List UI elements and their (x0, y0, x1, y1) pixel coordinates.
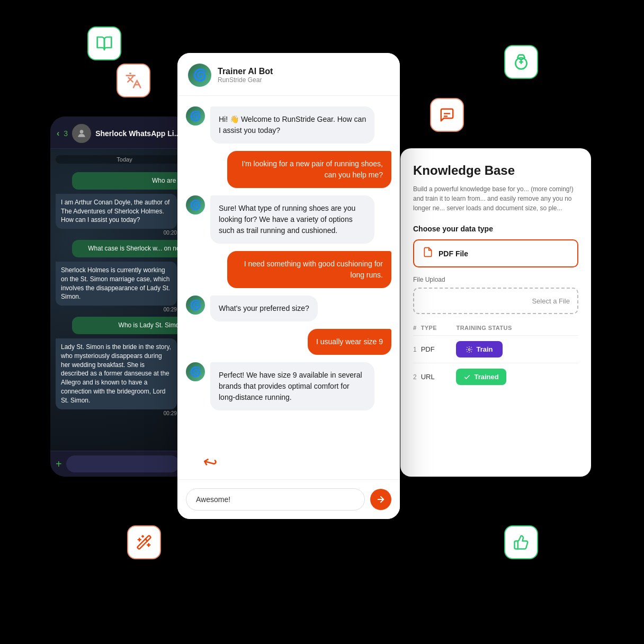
user-bubble: I'm looking for a new pair of running sh… (227, 151, 391, 188)
book-icon (87, 26, 121, 60)
bot-bubble: Perfect! We have size 9 available in sev… (210, 362, 374, 410)
contact-avatar (72, 124, 91, 143)
contact-name: Sherlock WhatsApp Li... (95, 129, 180, 138)
list-item: Sherlock Holmes is currently working on … (56, 262, 177, 312)
list-item: 🌀 Sure! What type of running shoes are y… (186, 195, 391, 244)
whatsapp-header: ‹ 3 Sherlock WhatsApp Li... (50, 117, 199, 149)
list-item: 🌀 Hi! 👋 Welcome to RunStride Gear. How c… (186, 106, 391, 144)
kb-choose-label: Choose your data type (413, 225, 578, 233)
chat-messages: 🌀 Hi! 👋 Welcome to RunStride Gear. How c… (177, 96, 400, 488)
bot-bubble: Sure! What type of running shoes are you… (210, 195, 374, 244)
medal-icon (504, 45, 538, 79)
bot-bubble: Hi! 👋 Welcome to RunStride Gear. How can… (210, 106, 374, 144)
chat-input-area (177, 479, 400, 519)
translate-icon (117, 64, 150, 97)
chat-count: 3 (64, 129, 68, 138)
chat-panel: 🌀 Trainer AI Bot RunStride Gear 🌀 Hi! 👋 … (177, 53, 400, 519)
list-item: I'm looking for a new pair of running sh… (186, 151, 391, 188)
kb-title: Knowledge Base (413, 163, 578, 178)
pdf-icon (423, 247, 433, 260)
chat-date: Today (56, 155, 193, 164)
list-item: What case is Sherlock w... on now? (72, 240, 193, 257)
chat-input[interactable] (186, 488, 365, 511)
bot-msg-avatar: 🌀 (186, 106, 205, 126)
kb-description: Build a powerful knowledge base for yo..… (413, 184, 578, 213)
trained-button[interactable]: Trained (456, 369, 506, 385)
kb-pdf-option[interactable]: PDF File (413, 239, 578, 267)
bot-company: RunStride Gear (218, 76, 273, 84)
send-button[interactable] (370, 489, 391, 510)
bot-msg-avatar: 🌀 (186, 296, 205, 315)
whatsapp-input[interactable] (66, 455, 180, 472)
whatsapp-footer: + 🎙 (50, 451, 199, 477)
list-item: I need something with good cushioning fo… (186, 251, 391, 288)
kb-option-label: PDF File (439, 249, 468, 258)
train-button[interactable]: Train (456, 341, 502, 357)
bot-bubble: What's your preferred size? (210, 296, 318, 321)
list-item: 🌀 What's your preferred size? (186, 296, 391, 321)
chat-header: 🌀 Trainer AI Bot RunStride Gear (177, 53, 400, 96)
bot-msg-avatar: 🌀 (186, 362, 205, 381)
list-item: Who is Lady St. Simon... (72, 317, 193, 334)
list-item: I usually wear size 9 (186, 329, 391, 355)
bot-msg-avatar: 🌀 (186, 195, 205, 214)
thumbsup-icon (504, 525, 538, 559)
bot-avatar: 🌀 (188, 64, 211, 87)
svg-point-1 (80, 130, 84, 133)
list-item: I am Arthur Conan Doyle, the author of T… (56, 194, 177, 236)
add-icon[interactable]: + (56, 458, 62, 470)
kb-upload-box[interactable]: Select a File (413, 288, 578, 314)
kb-upload-label: File Upload (413, 276, 578, 283)
kb-upload-text: Select a File (532, 297, 570, 305)
table-row: 2 URL Trained (413, 363, 578, 391)
col-type: TYPE (421, 325, 457, 336)
table-row: 1 PDF Train (413, 336, 578, 363)
knowledge-base-panel: Knowledge Base Build a powerful knowledg… (400, 148, 591, 477)
chat-icon (430, 98, 464, 132)
user-bubble: I need something with good cushioning fo… (227, 251, 391, 288)
col-num: # (413, 325, 421, 336)
user-bubble: I usually wear size 9 (308, 329, 391, 355)
svg-point-3 (469, 348, 471, 351)
list-item: 🌀 Perfect! We have size 9 available in s… (186, 362, 391, 410)
kb-table: # TYPE TRAINING STATUS 1 PDF Train 2 URL (413, 325, 578, 390)
col-status: TRAINING STATUS (456, 325, 578, 336)
whatsapp-panel: ‹ 3 Sherlock WhatsApp Li... Today Who ar… (50, 117, 199, 477)
list-item: Who are you (72, 172, 193, 190)
back-arrow[interactable]: ‹ (57, 129, 59, 138)
list-item: Lady St. Simon is the bride in the story… (56, 338, 177, 416)
magic-icon (127, 525, 161, 559)
bot-name: Trainer AI Bot (218, 67, 273, 76)
whatsapp-body: Today Who are you I am Arthur Conan Doyl… (50, 149, 199, 451)
